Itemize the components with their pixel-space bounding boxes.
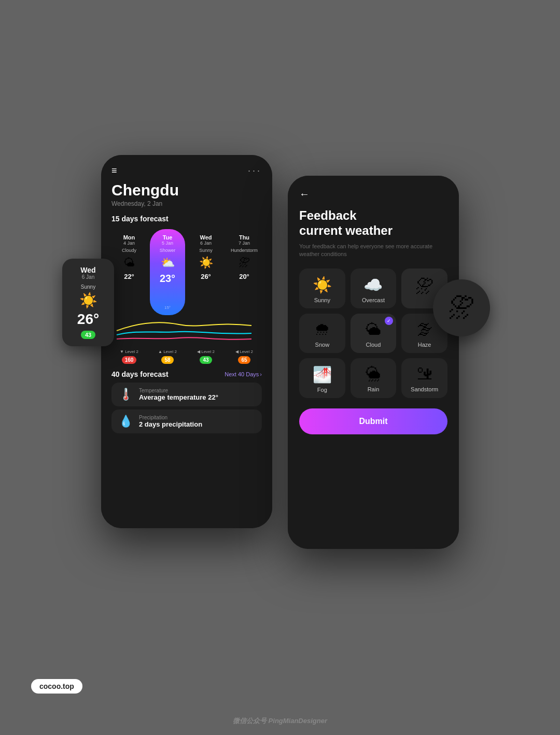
weather-option-snow[interactable]: 🌨 Snow [299,314,345,353]
forecast-col-mon: Mon 4 Jan Cloudy 🌤 22° [111,229,147,315]
thermometer-icon: 🌡️ [119,388,133,401]
forecast-title: 15 days forecast [111,215,262,223]
sunny-label: Sunny [314,297,330,303]
forecast-col-wed: Wed 6 Jan Sunny ☀️ 26° [188,229,223,315]
back-button[interactable]: ← [299,188,310,200]
fc-emoji-mon: 🌤 [123,256,135,270]
level-col-1: ▼ Level 2 160 [111,349,147,364]
thunder-emoji: ⛈ [448,292,475,323]
temperature-value: Average temperature 22° [139,393,218,401]
fc-cond-mon: Cloudy [122,248,136,253]
thunder-card: ⛈ [433,279,490,336]
check-badge: ✓ [385,317,393,325]
chart-area [109,315,264,346]
feedback-title: Feedbackcurrent weather [299,208,447,238]
precipitation-value: 2 days precipitation [139,420,202,428]
wed-card: Wed 6 Jan Sunny ☀️ 26° 43 [62,259,114,346]
rain-emoji: 🌦 [366,365,381,383]
forty-section: 40 days forecast Next 40 Days › 🌡️ Tempe… [111,370,262,433]
phone-right-inner: ← Feedbackcurrent weather Your feedback … [288,176,459,549]
fog-emoji: 🌁 [313,365,332,384]
temperature-label: Temperature [139,388,218,393]
sunny-emoji: ☀️ [313,276,332,294]
scene: Wed 6 Jan Sunny ☀️ 26° 43 ≡ ··· Chengdu … [0,0,560,735]
level-text-4: ◀ Level 2 [235,349,253,354]
level-col-3: ◀ Level 2 43 [188,349,223,364]
badge-4: 65 [238,356,250,364]
forecast-col-thu: Thu 7 Jan Hunderstorm ⛈ 20° [227,229,262,315]
cloud-emoji: 🌥 [366,321,381,338]
badge-3: 43 [200,356,212,364]
city-name: Chengdu [111,181,262,199]
level-col-4: ◀ Level 2 65 [227,349,262,364]
forecast-row: Mon 4 Jan Cloudy 🌤 22° Tue 5 Jan Shower … [111,229,262,315]
fc-high-wed: 26° [201,273,211,280]
wed-condition: Sunny [81,284,95,290]
phone-right: ⛈ ← Feedbackcurrent weather Your feedbac… [288,176,459,549]
haze-label: Haze [418,342,431,348]
fc-date-tue: 5 Jan [162,241,173,246]
snow-label: Snow [315,342,330,348]
fc-date-mon: 4 Jan [123,241,135,246]
fc-cond-thu: Hunderstorm [231,248,258,253]
fc-day-wed: Wed [200,234,212,241]
fc-emoji-wed: ☀️ [199,256,213,270]
weather-option-sandstorm[interactable]: 🏜 Sandstorm [401,358,447,398]
overcast-label: Overcast [362,297,385,303]
weather-option-cloud[interactable]: ✓ 🌥 Cloud [351,314,397,353]
droplet-icon: 💧 [119,415,133,428]
weather-option-rain[interactable]: 🌦 Rain [351,358,397,398]
menu-icon[interactable]: ≡ [111,165,117,176]
fc-date-wed: 6 Jan [200,241,212,246]
precipitation-card: 💧 Precipitation 2 days precipitation [111,409,262,433]
temperature-card: 🌡️ Temperature Average temperature 22° [111,383,262,406]
fog-label: Fog [317,387,327,393]
fc-date-thu: 7 Jan [239,241,250,246]
watermark: 微信公众号 PingMianDesigner [233,716,327,726]
phone-left: Wed 6 Jan Sunny ☀️ 26° 43 ≡ ··· Chengdu … [101,155,272,528]
snow-emoji: 🌨 [314,321,330,338]
level-row: ▼ Level 2 160 ▲ Level 2 58 ◀ Level 2 43 … [111,349,262,364]
weather-grid: ☀️ Sunny ☁️ Overcast ⛈ 🌨 [299,268,447,398]
fc-day-tue: Tue [163,234,173,241]
city-date: Wednesday, 2 Jan [111,200,262,207]
phone-header: ≡ ··· [111,165,262,176]
wed-day: Wed [80,266,95,274]
precipitation-info: Precipitation 2 days precipitation [139,415,202,428]
fc-low-tue: 15° [164,305,171,310]
wed-temp: 26° [77,311,99,328]
forty-link[interactable]: Next 40 Days › [225,371,262,377]
weather-option-sunny[interactable]: ☀️ Sunny [299,268,345,308]
wed-aqi: 43 [81,331,95,339]
fc-emoji-thu: ⛈ [239,256,250,270]
overcast-emoji: ☁️ [363,276,383,294]
level-text-2: ▲ Level 2 [158,349,177,354]
fc-day-mon: Mon [123,234,135,241]
fc-high-tue: 23° [160,273,175,285]
level-col-2: ▲ Level 2 58 [150,349,185,364]
forecast-col-tue: Tue 5 Jan Shower ⛅ 23° 15° [150,229,185,315]
phones-container: Wed 6 Jan Sunny ☀️ 26° 43 ≡ ··· Chengdu … [101,155,459,549]
weather-option-fog[interactable]: 🌁 Fog [299,358,345,398]
sandstorm-label: Sandstorm [411,386,438,392]
temperature-info: Temperature Average temperature 22° [139,388,218,401]
level-text-1: ▼ Level 2 [120,349,138,354]
rain-label: Rain [368,386,380,392]
feedback-subtitle: Your feedback can help everyone see more… [299,243,447,259]
fc-high-mon: 22° [124,273,134,280]
phone-left-inner: ≡ ··· Chengdu Wednesday, 2 Jan 15 days f… [101,155,272,528]
cloud-label: Cloud [366,342,381,348]
forty-title: 40 days forecast [111,370,169,378]
badge-2: 58 [161,356,173,364]
cocoo-badge: cocoo.top [31,679,82,694]
badge-1: 160 [122,356,137,364]
submit-button[interactable]: Dubmit [299,408,447,434]
weather-option-overcast[interactable]: ☁️ Overcast [351,268,397,308]
fc-cond-tue: Shower [160,248,176,253]
haze-emoji: 🌫 [417,321,432,338]
sandstorm-emoji: 🏜 [417,365,432,383]
level-text-3: ◀ Level 2 [197,349,215,354]
forty-header: 40 days forecast Next 40 Days › [111,370,262,378]
fc-cond-wed: Sunny [199,248,213,253]
fc-emoji-tue: ⛅ [161,256,175,270]
